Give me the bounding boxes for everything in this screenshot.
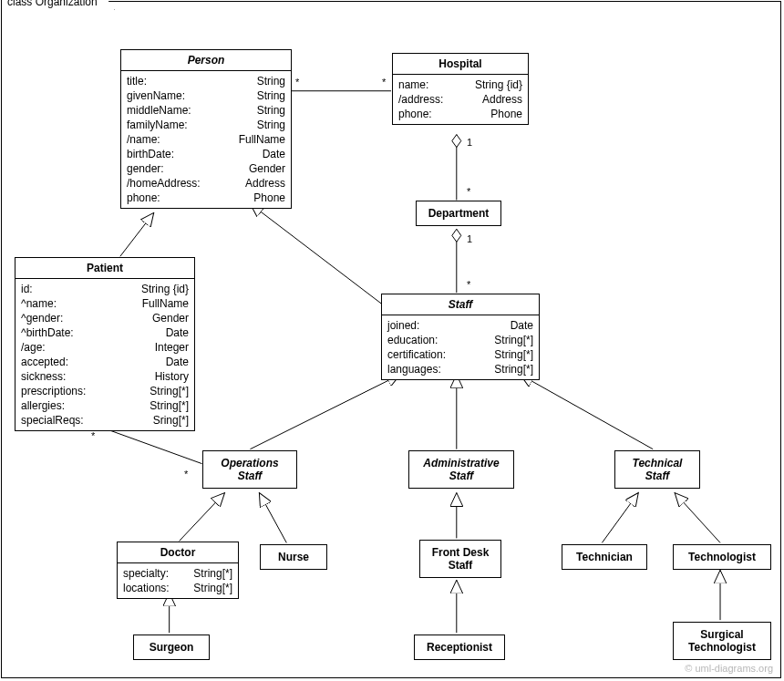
class-hospital-title: Hospital — [393, 54, 528, 75]
class-person: Person title:String givenName:String mid… — [120, 49, 292, 209]
class-doctor: Doctor specialty:String[*] locations:Str… — [117, 542, 239, 599]
mult-dept-staff-top: 1 — [467, 233, 472, 244]
svg-line-9 — [180, 493, 225, 542]
class-surgical-technologist-title: SurgicalTechnologist — [674, 623, 770, 659]
class-staff-title: Staff — [382, 294, 539, 315]
mult-patient-ops-left: * — [91, 430, 95, 441]
class-hospital-body: name:String {id} /address:Address phone:… — [393, 75, 528, 124]
mult-person-hospital-left: * — [295, 77, 299, 88]
svg-line-13 — [675, 493, 720, 543]
class-staff: Staff joined:Date education:String[*] ce… — [381, 294, 540, 380]
frame-label: class Organization — [1, 0, 115, 10]
class-frontdesk: Front DeskStaff — [419, 540, 501, 578]
svg-line-12 — [602, 493, 638, 543]
svg-line-4 — [250, 203, 384, 305]
mult-dept-staff-bottom: * — [467, 279, 470, 290]
class-nurse-title: Nurse — [261, 545, 326, 569]
class-technologist-title: Technologist — [674, 545, 770, 569]
package-frame: class Organization — [1, 1, 781, 678]
mult-patient-ops-right: * — [184, 469, 188, 480]
mult-hosp-dept-bottom: * — [467, 186, 470, 197]
class-hospital: Hospital name:String {id} /address:Addre… — [392, 53, 529, 125]
class-staff-body: joined:Date education:String[*] certific… — [382, 315, 539, 379]
svg-line-3 — [120, 212, 154, 256]
class-admin-staff-title: AdministrativeStaff — [409, 451, 513, 488]
class-technologist: Technologist — [673, 544, 771, 570]
class-department-title: Department — [417, 201, 500, 225]
class-tech-staff-title: TechnicalStaff — [615, 451, 699, 488]
class-surgeon-title: Surgeon — [134, 635, 209, 659]
watermark: © uml-diagrams.org — [685, 663, 773, 674]
class-tech-staff: TechnicalStaff — [614, 450, 700, 489]
svg-line-5 — [107, 429, 202, 464]
class-receptionist: Receptionist — [414, 635, 505, 660]
mult-hosp-dept-top: 1 — [467, 137, 472, 148]
svg-line-8 — [521, 375, 654, 449]
class-nurse: Nurse — [260, 544, 327, 570]
class-surgeon: Surgeon — [133, 635, 210, 660]
class-department: Department — [416, 201, 501, 226]
class-operations-staff: OperationsStaff — [202, 450, 297, 489]
mult-person-hospital-right: * — [382, 77, 386, 88]
class-admin-staff: AdministrativeStaff — [408, 450, 514, 489]
class-patient-title: Patient — [15, 258, 194, 279]
class-frontdesk-title: Front DeskStaff — [420, 541, 500, 577]
class-patient: Patient id:String {id} ^name:FullName ^g… — [15, 257, 195, 431]
class-patient-body: id:String {id} ^name:FullName ^gender:Ge… — [15, 279, 194, 430]
class-operations-staff-title: OperationsStaff — [203, 451, 296, 488]
svg-line-6 — [250, 375, 400, 449]
class-technician: Technician — [562, 544, 647, 570]
class-doctor-title: Doctor — [118, 542, 238, 563]
class-doctor-body: specialty:String[*] locations:String[*] — [118, 563, 238, 598]
class-surgical-technologist: SurgicalTechnologist — [673, 622, 771, 660]
svg-line-10 — [259, 493, 286, 543]
class-person-body: title:String givenName:String middleName… — [121, 71, 291, 208]
class-receptionist-title: Receptionist — [415, 635, 504, 659]
class-technician-title: Technician — [562, 545, 646, 569]
class-person-title: Person — [121, 50, 291, 71]
